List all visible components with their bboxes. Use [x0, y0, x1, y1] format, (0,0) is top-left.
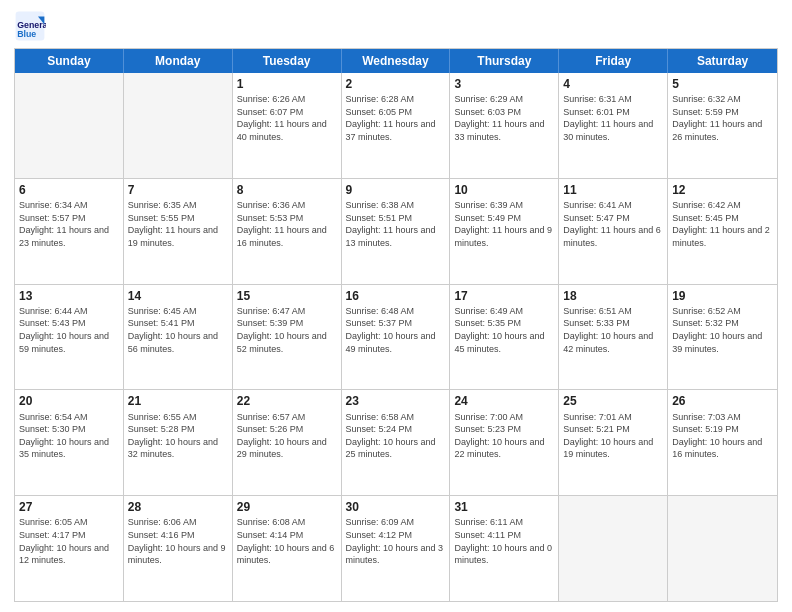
calendar-cell: 24Sunrise: 7:00 AM Sunset: 5:23 PM Dayli…	[450, 390, 559, 495]
cell-info: Sunrise: 6:58 AM Sunset: 5:24 PM Dayligh…	[346, 411, 446, 461]
calendar-cell: 20Sunrise: 6:54 AM Sunset: 5:30 PM Dayli…	[15, 390, 124, 495]
calendar-cell: 7Sunrise: 6:35 AM Sunset: 5:55 PM Daylig…	[124, 179, 233, 284]
calendar-header-friday: Friday	[559, 49, 668, 73]
day-number: 30	[346, 499, 446, 515]
calendar-cell: 2Sunrise: 6:28 AM Sunset: 6:05 PM Daylig…	[342, 73, 451, 178]
calendar-header-sunday: Sunday	[15, 49, 124, 73]
calendar-cell	[559, 496, 668, 601]
day-number: 17	[454, 288, 554, 304]
cell-info: Sunrise: 6:34 AM Sunset: 5:57 PM Dayligh…	[19, 199, 119, 249]
cell-info: Sunrise: 6:42 AM Sunset: 5:45 PM Dayligh…	[672, 199, 773, 249]
cell-info: Sunrise: 6:29 AM Sunset: 6:03 PM Dayligh…	[454, 93, 554, 143]
day-number: 13	[19, 288, 119, 304]
calendar-cell: 6Sunrise: 6:34 AM Sunset: 5:57 PM Daylig…	[15, 179, 124, 284]
calendar-cell: 13Sunrise: 6:44 AM Sunset: 5:43 PM Dayli…	[15, 285, 124, 390]
day-number: 12	[672, 182, 773, 198]
calendar-cell: 1Sunrise: 6:26 AM Sunset: 6:07 PM Daylig…	[233, 73, 342, 178]
day-number: 10	[454, 182, 554, 198]
page: General Blue SundayMondayTuesdayWednesda…	[0, 0, 792, 612]
calendar-cell: 3Sunrise: 6:29 AM Sunset: 6:03 PM Daylig…	[450, 73, 559, 178]
cell-info: Sunrise: 6:48 AM Sunset: 5:37 PM Dayligh…	[346, 305, 446, 355]
cell-info: Sunrise: 6:36 AM Sunset: 5:53 PM Dayligh…	[237, 199, 337, 249]
calendar-header-saturday: Saturday	[668, 49, 777, 73]
logo-icon: General Blue	[14, 10, 46, 42]
cell-info: Sunrise: 6:08 AM Sunset: 4:14 PM Dayligh…	[237, 516, 337, 566]
calendar-week-1: 6Sunrise: 6:34 AM Sunset: 5:57 PM Daylig…	[15, 178, 777, 284]
calendar-week-4: 27Sunrise: 6:05 AM Sunset: 4:17 PM Dayli…	[15, 495, 777, 601]
calendar-cell: 19Sunrise: 6:52 AM Sunset: 5:32 PM Dayli…	[668, 285, 777, 390]
cell-info: Sunrise: 6:41 AM Sunset: 5:47 PM Dayligh…	[563, 199, 663, 249]
calendar-cell: 18Sunrise: 6:51 AM Sunset: 5:33 PM Dayli…	[559, 285, 668, 390]
calendar-week-3: 20Sunrise: 6:54 AM Sunset: 5:30 PM Dayli…	[15, 389, 777, 495]
day-number: 4	[563, 76, 663, 92]
day-number: 9	[346, 182, 446, 198]
calendar-header-wednesday: Wednesday	[342, 49, 451, 73]
day-number: 16	[346, 288, 446, 304]
calendar-week-2: 13Sunrise: 6:44 AM Sunset: 5:43 PM Dayli…	[15, 284, 777, 390]
cell-info: Sunrise: 6:49 AM Sunset: 5:35 PM Dayligh…	[454, 305, 554, 355]
calendar-cell	[124, 73, 233, 178]
day-number: 2	[346, 76, 446, 92]
calendar-header-thursday: Thursday	[450, 49, 559, 73]
day-number: 8	[237, 182, 337, 198]
calendar-cell: 12Sunrise: 6:42 AM Sunset: 5:45 PM Dayli…	[668, 179, 777, 284]
cell-info: Sunrise: 6:51 AM Sunset: 5:33 PM Dayligh…	[563, 305, 663, 355]
cell-info: Sunrise: 6:57 AM Sunset: 5:26 PM Dayligh…	[237, 411, 337, 461]
day-number: 15	[237, 288, 337, 304]
cell-info: Sunrise: 6:44 AM Sunset: 5:43 PM Dayligh…	[19, 305, 119, 355]
calendar-cell: 22Sunrise: 6:57 AM Sunset: 5:26 PM Dayli…	[233, 390, 342, 495]
day-number: 31	[454, 499, 554, 515]
cell-info: Sunrise: 6:52 AM Sunset: 5:32 PM Dayligh…	[672, 305, 773, 355]
day-number: 7	[128, 182, 228, 198]
cell-info: Sunrise: 6:54 AM Sunset: 5:30 PM Dayligh…	[19, 411, 119, 461]
cell-info: Sunrise: 6:05 AM Sunset: 4:17 PM Dayligh…	[19, 516, 119, 566]
calendar-week-0: 1Sunrise: 6:26 AM Sunset: 6:07 PM Daylig…	[15, 73, 777, 178]
calendar: SundayMondayTuesdayWednesdayThursdayFrid…	[14, 48, 778, 602]
calendar-cell: 15Sunrise: 6:47 AM Sunset: 5:39 PM Dayli…	[233, 285, 342, 390]
day-number: 29	[237, 499, 337, 515]
header: General Blue	[14, 10, 778, 42]
cell-info: Sunrise: 6:47 AM Sunset: 5:39 PM Dayligh…	[237, 305, 337, 355]
cell-info: Sunrise: 7:03 AM Sunset: 5:19 PM Dayligh…	[672, 411, 773, 461]
svg-text:General: General	[17, 20, 46, 30]
day-number: 21	[128, 393, 228, 409]
calendar-cell: 10Sunrise: 6:39 AM Sunset: 5:49 PM Dayli…	[450, 179, 559, 284]
day-number: 28	[128, 499, 228, 515]
calendar-cell: 23Sunrise: 6:58 AM Sunset: 5:24 PM Dayli…	[342, 390, 451, 495]
cell-info: Sunrise: 6:09 AM Sunset: 4:12 PM Dayligh…	[346, 516, 446, 566]
calendar-cell: 29Sunrise: 6:08 AM Sunset: 4:14 PM Dayli…	[233, 496, 342, 601]
day-number: 14	[128, 288, 228, 304]
cell-info: Sunrise: 6:31 AM Sunset: 6:01 PM Dayligh…	[563, 93, 663, 143]
day-number: 20	[19, 393, 119, 409]
calendar-cell: 9Sunrise: 6:38 AM Sunset: 5:51 PM Daylig…	[342, 179, 451, 284]
calendar-cell: 27Sunrise: 6:05 AM Sunset: 4:17 PM Dayli…	[15, 496, 124, 601]
cell-info: Sunrise: 6:39 AM Sunset: 5:49 PM Dayligh…	[454, 199, 554, 249]
calendar-header-tuesday: Tuesday	[233, 49, 342, 73]
cell-info: Sunrise: 7:00 AM Sunset: 5:23 PM Dayligh…	[454, 411, 554, 461]
calendar-cell: 14Sunrise: 6:45 AM Sunset: 5:41 PM Dayli…	[124, 285, 233, 390]
svg-text:Blue: Blue	[17, 29, 36, 39]
day-number: 1	[237, 76, 337, 92]
calendar-cell: 26Sunrise: 7:03 AM Sunset: 5:19 PM Dayli…	[668, 390, 777, 495]
cell-info: Sunrise: 6:06 AM Sunset: 4:16 PM Dayligh…	[128, 516, 228, 566]
day-number: 18	[563, 288, 663, 304]
calendar-cell: 17Sunrise: 6:49 AM Sunset: 5:35 PM Dayli…	[450, 285, 559, 390]
cell-info: Sunrise: 7:01 AM Sunset: 5:21 PM Dayligh…	[563, 411, 663, 461]
cell-info: Sunrise: 6:26 AM Sunset: 6:07 PM Dayligh…	[237, 93, 337, 143]
cell-info: Sunrise: 6:35 AM Sunset: 5:55 PM Dayligh…	[128, 199, 228, 249]
day-number: 25	[563, 393, 663, 409]
calendar-cell	[668, 496, 777, 601]
calendar-cell: 30Sunrise: 6:09 AM Sunset: 4:12 PM Dayli…	[342, 496, 451, 601]
day-number: 26	[672, 393, 773, 409]
calendar-cell: 31Sunrise: 6:11 AM Sunset: 4:11 PM Dayli…	[450, 496, 559, 601]
calendar-cell: 21Sunrise: 6:55 AM Sunset: 5:28 PM Dayli…	[124, 390, 233, 495]
calendar-cell: 28Sunrise: 6:06 AM Sunset: 4:16 PM Dayli…	[124, 496, 233, 601]
calendar-body: 1Sunrise: 6:26 AM Sunset: 6:07 PM Daylig…	[15, 73, 777, 601]
cell-info: Sunrise: 6:11 AM Sunset: 4:11 PM Dayligh…	[454, 516, 554, 566]
day-number: 24	[454, 393, 554, 409]
day-number: 19	[672, 288, 773, 304]
calendar-cell	[15, 73, 124, 178]
calendar-cell: 16Sunrise: 6:48 AM Sunset: 5:37 PM Dayli…	[342, 285, 451, 390]
day-number: 5	[672, 76, 773, 92]
calendar-cell: 8Sunrise: 6:36 AM Sunset: 5:53 PM Daylig…	[233, 179, 342, 284]
